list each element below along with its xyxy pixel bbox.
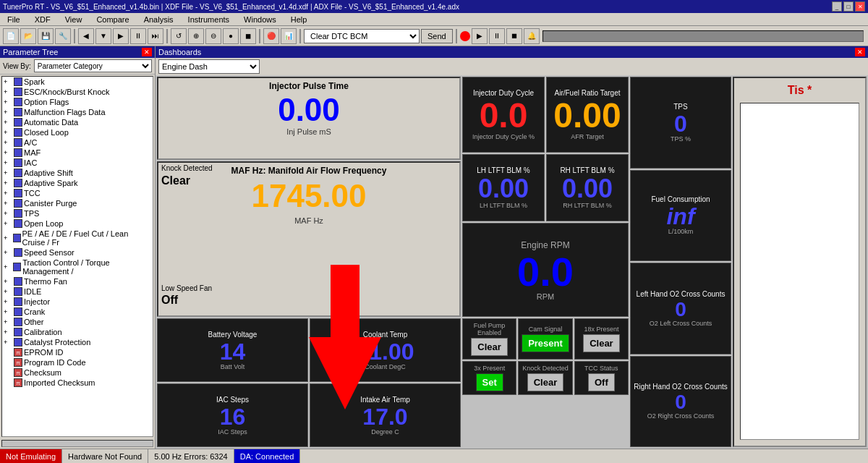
tree-item-closed-loop[interactable]: + Closed Loop xyxy=(2,127,153,137)
knock-detected-label: Knock Detected xyxy=(161,164,213,172)
tree-item-pe[interactable]: + PE / AE / DE / Fuel Cut / Lean Cruise … xyxy=(2,229,153,247)
toolbar-btn9[interactable]: ⏭ xyxy=(148,28,163,44)
tree-item-checksum[interactable]: π Checksum xyxy=(2,368,153,378)
toolbar-btn14[interactable]: ◼ xyxy=(240,28,256,44)
toolbar-btn15[interactable]: 🔴 xyxy=(263,28,279,44)
dashboards-panel: Dashboards ✕ Engine Dash Injector Pulse … xyxy=(156,46,868,449)
close-button[interactable]: ✕ xyxy=(855,1,865,12)
send-button[interactable]: Send xyxy=(421,29,453,43)
maximize-button[interactable]: □ xyxy=(843,1,854,12)
folder-icon-malfunction xyxy=(14,108,22,116)
lh-ltft-gauge: LH LTFT BLM % 0.00 LH LTFT BLM % xyxy=(462,154,545,221)
tree-item-esc[interactable]: + ESC/Knock/Burst Knock xyxy=(2,87,153,97)
toolbar-btn4[interactable]: 🔧 xyxy=(55,28,71,44)
cam-signal-value: Present xyxy=(522,334,569,352)
expand-icon: + xyxy=(4,263,12,271)
dashboard-select[interactable]: Engine Dash xyxy=(158,59,260,74)
menu-view[interactable]: View xyxy=(61,14,87,25)
inj-duty-value: 0.0 xyxy=(480,98,528,133)
rh-o2-gauge: Right Hand O2 Cross Counts 0 O2 Right Cr… xyxy=(630,356,731,448)
expand-icon: + xyxy=(4,318,12,326)
menu-windows[interactable]: Windows xyxy=(239,14,281,25)
afr-value: 0.00 xyxy=(553,98,621,133)
intake-title: Intake Air Temp xyxy=(360,396,410,404)
toolbar-open[interactable]: 📂 xyxy=(20,28,36,44)
tree-item-ac[interactable]: + A/C xyxy=(2,137,153,148)
dashboard-title: Dashboards xyxy=(158,48,201,56)
expand-icon: + xyxy=(4,78,12,85)
minimize-button[interactable]: _ xyxy=(832,1,842,12)
stop-btn[interactable]: ⏹ xyxy=(506,28,522,44)
view-by-select[interactable]: Parameter Category xyxy=(34,59,152,72)
menu-help[interactable]: Help xyxy=(286,14,312,25)
tree-item-automatic[interactable]: + Automatic Data xyxy=(2,117,153,127)
toolbar-btn16[interactable]: 📊 xyxy=(281,28,297,44)
dtc-dropdown[interactable]: Clear DTC BCM xyxy=(304,29,420,43)
tree-item-tps[interactable]: + TPS xyxy=(2,208,153,218)
tree-item-malfunction[interactable]: + Malfunction Flags Data xyxy=(2,107,153,117)
afr-gauge: Air/Fuel Ratio Target 0.00 AFR Target xyxy=(546,77,629,153)
expand-icon: + xyxy=(4,139,12,146)
horizontal-scrollbar[interactable] xyxy=(1,440,153,447)
tree-item-iac[interactable]: + IAC xyxy=(2,158,153,168)
dashboard-close-button[interactable]: ✕ xyxy=(855,48,865,56)
toolbar-btn13[interactable]: ● xyxy=(223,28,239,44)
tree-item-calibration[interactable]: + Calibration xyxy=(2,327,153,337)
tree-item-imported-checksum[interactable]: π Imported Checksum xyxy=(2,378,153,388)
tree-item-other[interactable]: + Other xyxy=(2,317,153,327)
param-panel-close-button[interactable]: ✕ xyxy=(142,48,152,56)
parameter-tree-panel: Parameter Tree ✕ View By: Parameter Cate… xyxy=(0,46,156,449)
menu-analysis[interactable]: Analysis xyxy=(140,14,178,25)
folder-icon-other xyxy=(14,318,22,326)
tree-item-adaptive-shift[interactable]: + Adaptive Shift xyxy=(2,168,153,178)
3x-title: 3x Present xyxy=(474,365,505,372)
menu-file[interactable]: File xyxy=(3,14,25,25)
toolbar-btn5[interactable]: ◀ xyxy=(78,28,94,44)
expand-icon: + xyxy=(4,210,12,217)
folder-icon-injector xyxy=(14,297,22,306)
tree-item-tcc[interactable]: + TCC xyxy=(2,188,153,198)
toolbar-btn12[interactable]: ⊖ xyxy=(205,28,221,44)
tree-item-idle[interactable]: + IDLE xyxy=(2,286,153,297)
toolbar-new[interactable]: 📄 xyxy=(3,28,19,44)
tree-item-adaptive-spark[interactable]: + Adaptive Spark xyxy=(2,178,153,188)
fuel-consumption-title: Fuel Consumption xyxy=(651,195,710,203)
knock-clear-value: Clear xyxy=(161,174,190,187)
tree-item-eprom[interactable]: π EPROM ID xyxy=(2,347,153,357)
toolbar-btn6[interactable]: ▼ xyxy=(95,28,111,44)
tree-item-traction[interactable]: + Traction Control / Torque Management / xyxy=(2,258,153,276)
folder-icon-option xyxy=(14,98,22,106)
toolbar-btn7[interactable]: ▶ xyxy=(113,28,129,44)
tree-item-crank[interactable]: + Crank xyxy=(2,307,153,317)
play-btn[interactable]: ▶ xyxy=(472,28,488,44)
tree-item-speed-sensor[interactable]: + Speed Sensor xyxy=(2,247,153,258)
toolbar-btn11[interactable]: ⊕ xyxy=(188,28,204,44)
folder-icon-pe xyxy=(13,234,21,242)
rh-o2-unit: O2 Right Cross Counts xyxy=(647,412,715,420)
bell-btn[interactable]: 🔔 xyxy=(524,28,540,44)
tree-item-spark[interactable]: + Spark xyxy=(2,77,153,87)
pause-btn[interactable]: ⏸ xyxy=(489,28,505,44)
tree-item-thermo[interactable]: + Thermo Fan xyxy=(2,276,153,286)
expand-icon: + xyxy=(4,278,12,285)
tree-item-option[interactable]: + Option Flags xyxy=(2,97,153,107)
menu-compare[interactable]: Compare xyxy=(92,14,133,25)
toolbar-btn8[interactable]: ⏸ xyxy=(130,28,146,44)
rh-o2-value: 0 xyxy=(675,392,686,412)
tree-item-open-loop[interactable]: + Open Loop xyxy=(2,218,153,229)
status-row-1: Fuel Pump Enabled Clear Cam Signal Prese… xyxy=(462,318,629,360)
toolbar-btn10[interactable]: ↺ xyxy=(171,28,187,44)
menu-instruments[interactable]: Instruments xyxy=(184,14,234,25)
tree-item-maf[interactable]: + MAF xyxy=(2,148,153,158)
tree-container[interactable]: + Spark + ESC/Knock/Burst Knock + Option… xyxy=(1,76,153,437)
toolbar-save[interactable]: 💾 xyxy=(38,28,54,44)
inj-duty-gauge: Injector Duty Cycle 0.0 Injector Duty Cy… xyxy=(462,77,545,153)
folder-icon-tcc xyxy=(14,189,22,197)
tree-item-injector[interactable]: + Injector xyxy=(2,297,153,307)
progress-bar xyxy=(542,30,864,42)
tree-item-program-id[interactable]: π Program ID Code xyxy=(2,357,153,368)
menu-xdf[interactable]: XDF xyxy=(30,14,55,25)
tree-item-canister[interactable]: + Canister Purge xyxy=(2,198,153,208)
tree-item-catalyst[interactable]: + Catalyst Protection xyxy=(2,337,153,347)
lh-o2-gauge: Left Hand O2 Cross Counts 0 O2 Left Cros… xyxy=(630,263,731,354)
